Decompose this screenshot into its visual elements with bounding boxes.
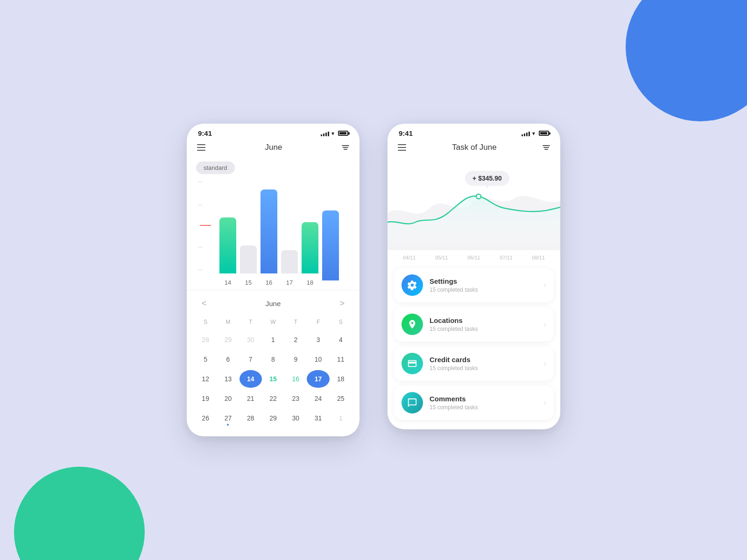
chevron-right-icon-credit-cards: › xyxy=(544,359,546,368)
cal-header-s1: S xyxy=(194,317,217,327)
cal-cell-28[interactable]: 28 xyxy=(240,409,262,427)
cal-cell-14[interactable]: 14 xyxy=(240,370,262,388)
cal-header-t2: T xyxy=(284,317,307,327)
comments-icon-circle xyxy=(402,392,423,413)
chart-area: standard — — — — 14 15 xyxy=(187,157,359,286)
red-line xyxy=(200,225,211,226)
cal-cell-16[interactable]: 16 xyxy=(284,370,307,388)
cal-cell-9[interactable]: 9 xyxy=(284,350,307,368)
filter-icon-2[interactable] xyxy=(543,145,550,150)
cal-header-f: F xyxy=(307,317,329,327)
cal-cell-27[interactable]: 27 xyxy=(217,409,239,427)
status-bar-1: 9:41 ▾ xyxy=(187,124,359,140)
cal-cell-3[interactable]: 3 xyxy=(307,331,329,349)
cal-cell-24[interactable]: 24 xyxy=(307,390,329,407)
bar-partial xyxy=(322,210,339,280)
wave-chart: + $345.90 xyxy=(388,157,560,250)
cal-cell-5[interactable]: 5 xyxy=(194,350,217,368)
wifi-icon-2: ▾ xyxy=(532,130,535,137)
cal-header-t1: T xyxy=(240,317,262,327)
signal-icon-1 xyxy=(321,131,329,136)
hamburger-menu-1[interactable] xyxy=(197,144,205,151)
status-icons-1: ▾ xyxy=(321,130,348,137)
cal-cell-7[interactable]: 7 xyxy=(240,350,262,368)
task-info-comments: Comments 15 completed tasks xyxy=(430,395,537,411)
cal-header-w: W xyxy=(262,317,284,327)
cal-cell-28p[interactable]: 28 xyxy=(194,331,217,349)
task-item-locations[interactable]: Locations 15 completed tasks › xyxy=(394,307,554,342)
cal-cell-25[interactable]: 25 xyxy=(330,390,352,407)
task-item-settings[interactable]: Settings 15 completed tasks › xyxy=(394,268,554,302)
bar-17 xyxy=(281,250,298,273)
bg-circle-blue xyxy=(626,0,747,121)
standard-badge[interactable]: standard xyxy=(196,161,235,174)
bar-group-18[interactable]: 18 xyxy=(302,222,318,286)
cal-cell-22[interactable]: 22 xyxy=(262,390,284,407)
bar-chart: — — — — 14 15 16 xyxy=(194,179,352,286)
task-name-locations: Locations xyxy=(430,316,537,324)
cal-cell-13[interactable]: 13 xyxy=(217,370,239,388)
task-sub-credit-cards: 15 completed tasks xyxy=(430,365,537,371)
cal-cell-21[interactable]: 21 xyxy=(240,390,262,407)
bar-group-partial[interactable] xyxy=(322,210,339,286)
nav-title-2: Task of June xyxy=(452,143,496,152)
cal-cell-1n[interactable]: 1 xyxy=(330,409,352,427)
x-label-1: 05/11 xyxy=(435,255,448,260)
task-item-credit-cards[interactable]: Credit cards 15 completed tasks › xyxy=(394,346,554,381)
cal-cell-11[interactable]: 11 xyxy=(330,350,352,368)
task-info-credit-cards: Credit cards 15 completed tasks xyxy=(430,356,537,371)
cal-cell-12[interactable]: 12 xyxy=(194,370,217,388)
cal-cell-30[interactable]: 30 xyxy=(284,409,307,427)
cal-cell-31[interactable]: 31 xyxy=(307,409,329,427)
cal-cell-18[interactable]: 18 xyxy=(330,370,352,388)
cal-cell-30p[interactable]: 30 xyxy=(240,331,262,349)
bar-15 xyxy=(240,245,257,273)
phone-calendar: 9:41 ▾ June xyxy=(187,124,359,436)
next-month-button[interactable]: > xyxy=(336,297,348,310)
hamburger-menu-2[interactable] xyxy=(398,144,406,151)
cal-cell-2[interactable]: 2 xyxy=(284,331,307,349)
status-bar-2: 9:41 ▾ xyxy=(388,124,560,140)
bar-group-15[interactable]: 15 xyxy=(240,245,257,286)
nav-bar-1: June xyxy=(187,140,359,157)
locations-icon-circle xyxy=(402,314,423,335)
wave-dot xyxy=(476,194,481,199)
cal-cell-6[interactable]: 6 xyxy=(217,350,239,368)
cal-cell-29p[interactable]: 29 xyxy=(217,331,239,349)
cal-cell-20[interactable]: 20 xyxy=(217,390,239,407)
cal-cell-26[interactable]: 26 xyxy=(194,409,217,427)
cal-cell-8[interactable]: 8 xyxy=(262,350,284,368)
bar-18 xyxy=(302,222,318,273)
task-info-settings: Settings 15 completed tasks xyxy=(430,277,537,293)
prev-month-button[interactable]: < xyxy=(198,297,211,310)
chart-x-labels: 04/11 05/11 06/11 07/11 08/11 xyxy=(388,255,560,260)
cal-cell-23[interactable]: 23 xyxy=(284,390,307,407)
bar-label-17: 17 xyxy=(286,279,293,286)
cal-cell-4[interactable]: 4 xyxy=(330,331,352,349)
nav-bar-2: Task of June xyxy=(388,140,560,157)
bar-group-16[interactable]: 16 xyxy=(261,189,277,286)
status-icons-2: ▾ xyxy=(521,130,549,137)
nav-title-1: June xyxy=(265,143,282,152)
battery-icon-1 xyxy=(338,131,348,136)
chevron-right-icon-comments: › xyxy=(544,399,546,407)
cal-cell-29[interactable]: 29 xyxy=(262,409,284,427)
task-item-comments[interactable]: Comments 15 completed tasks › xyxy=(394,385,554,420)
bar-group-14[interactable]: 14 xyxy=(219,217,236,286)
wifi-icon-1: ▾ xyxy=(331,130,334,137)
bar-label-14: 14 xyxy=(225,279,231,286)
bar-14 xyxy=(219,217,236,273)
cal-cell-10[interactable]: 10 xyxy=(307,350,329,368)
cal-cell-15[interactable]: 15 xyxy=(262,370,284,388)
cal-cell-17[interactable]: 17 xyxy=(307,370,329,388)
status-time-1: 9:41 xyxy=(198,129,212,137)
y-axis: — — — — xyxy=(198,179,216,272)
cal-cell-19[interactable]: 19 xyxy=(194,390,217,407)
settings-icon-circle xyxy=(402,274,423,296)
chevron-right-icon-settings: › xyxy=(544,281,546,289)
bg-circle-green xyxy=(14,467,145,560)
cal-cell-1[interactable]: 1 xyxy=(262,331,284,349)
bar-group-17[interactable]: 17 xyxy=(281,250,298,286)
filter-icon-1[interactable] xyxy=(342,145,349,150)
calendar-month-title: June xyxy=(266,300,281,308)
